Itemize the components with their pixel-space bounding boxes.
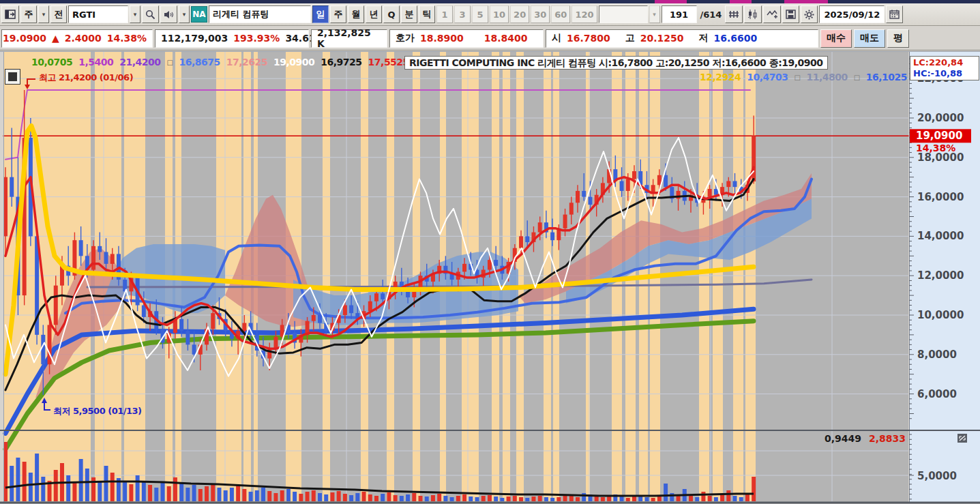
candle-body	[550, 233, 554, 241]
volume-bar	[211, 484, 215, 501]
candle-tool-button[interactable]	[744, 5, 762, 23]
timeframe-button-주[interactable]: 주	[330, 5, 346, 23]
timeframe-button-Q[interactable]: Q	[383, 5, 400, 23]
minute-button-3[interactable]: 3	[454, 5, 471, 23]
volume-bar	[349, 495, 353, 501]
avg-button[interactable]: 평	[887, 29, 909, 48]
period-type-button-틱[interactable]: 틱	[419, 5, 435, 23]
timeframe-button-년[interactable]: 년	[366, 5, 382, 23]
candle-body	[620, 181, 624, 190]
indicator-tool-button[interactable]	[725, 5, 743, 23]
settings-button[interactable]	[801, 5, 818, 23]
candle-body	[708, 189, 712, 197]
volume-bar	[261, 488, 265, 501]
volume-axis-label: 5,0000	[917, 470, 957, 482]
bar-total-label: /614	[698, 10, 724, 20]
minute-button-120[interactable]: 120	[571, 5, 597, 23]
volume-bar	[198, 489, 203, 501]
speaker-icon	[164, 10, 174, 19]
bid-price: 18.8400	[484, 33, 528, 44]
chart-area[interactable]: 22,000020,000018,000016,000014,000012,00…	[0, 51, 980, 504]
volume-bar	[136, 475, 140, 501]
jeon-button[interactable]: 전	[50, 5, 67, 23]
symbol-input[interactable]: RGTI	[68, 5, 128, 23]
candle-body	[381, 293, 385, 299]
candle-body	[714, 189, 718, 195]
candle-body	[41, 335, 45, 364]
minute-button-10[interactable]: 10	[490, 5, 509, 23]
minute-button-60[interactable]: 60	[551, 5, 570, 23]
symbol-dropdown[interactable]: ▾	[130, 5, 140, 23]
candle-body	[349, 306, 353, 314]
timeframe-button-월[interactable]: 월	[348, 5, 364, 23]
volume-bar	[267, 491, 271, 501]
ohl-field: 시 16.7800 고 20.1250 저 16.6600	[546, 29, 818, 48]
session-stripe	[361, 51, 368, 501]
grid-settings-button[interactable]	[5, 69, 20, 85]
volume-bar	[230, 488, 234, 501]
candle-body	[98, 246, 102, 252]
volume-bar	[154, 488, 158, 501]
sell-button[interactable]: 매도	[854, 29, 885, 48]
candle-body	[519, 236, 523, 248]
candle-body	[242, 323, 246, 331]
stock-name-field: 리게티 컴퓨팅	[209, 5, 311, 23]
period-type-button-분[interactable]: 분	[401, 5, 417, 23]
trendline-tool-button[interactable]	[763, 5, 781, 23]
volume-bar	[98, 481, 102, 501]
volume-bar	[525, 498, 529, 501]
minute-button-20[interactable]: 20	[510, 5, 529, 23]
minute-button-30[interactable]: 30	[531, 5, 550, 23]
save-button[interactable]	[782, 5, 799, 23]
volume-bar	[664, 484, 668, 501]
low-value: 16.6600	[714, 33, 758, 44]
search-button[interactable]	[142, 5, 159, 23]
minute-button-5[interactable]: 5	[472, 5, 488, 23]
buy-button[interactable]: 매수	[820, 29, 852, 48]
sound-dropdown[interactable]: ▾	[179, 5, 190, 23]
volume-bar	[437, 494, 441, 501]
gear-icon	[804, 10, 814, 20]
volume-bar	[469, 496, 473, 501]
fence-chart-icon	[728, 10, 739, 19]
quote-info-bar: 19.0900 ▲ 2.4000 14.38% 112,179,003 193.…	[0, 27, 980, 50]
bar-count-input[interactable]: 191	[662, 5, 697, 23]
panel-toggle-button[interactable]	[1, 5, 19, 23]
candle-body	[563, 215, 567, 228]
volume-bar	[481, 496, 486, 501]
candle-body	[726, 181, 730, 187]
lc-value: LC:220,84	[913, 57, 976, 68]
high-label: 고	[625, 32, 635, 44]
quick-period-dropdown[interactable]: ▾	[38, 5, 49, 23]
volume-bar	[104, 466, 108, 501]
date-input[interactable]: 2025/09/12	[819, 5, 885, 23]
custom-period-dropdown[interactable]: ▾	[649, 5, 660, 23]
candle-body	[273, 337, 278, 349]
volume-bar	[538, 496, 542, 501]
candle-body	[582, 191, 586, 197]
legend-value: 10,4703	[747, 72, 788, 83]
candle-body	[192, 344, 196, 354]
volume-bar	[374, 496, 378, 501]
calendar-button[interactable]	[886, 5, 903, 23]
session-stripe	[713, 51, 723, 501]
volume-bar	[400, 496, 404, 501]
candle-body	[632, 171, 636, 179]
volume-bar	[280, 490, 284, 501]
volume-bar	[312, 490, 316, 501]
custom-period-field[interactable]	[599, 5, 648, 23]
legend-value: 17,5525	[368, 57, 409, 68]
volume-bar	[425, 496, 429, 501]
candle-body	[312, 315, 316, 321]
quick-period-button[interactable]: 주	[20, 5, 37, 23]
volume-bar	[387, 492, 391, 501]
timeframe-button-일[interactable]: 일	[312, 5, 329, 23]
minute-button-1[interactable]: 1	[436, 5, 453, 23]
calendar-icon	[889, 10, 900, 19]
legend-value: 1,5400	[78, 57, 113, 68]
volume-bar	[488, 495, 492, 501]
sound-button[interactable]	[160, 5, 177, 23]
session-stripe	[323, 51, 330, 501]
volume-bar	[701, 492, 705, 501]
volume-bar	[595, 496, 599, 501]
